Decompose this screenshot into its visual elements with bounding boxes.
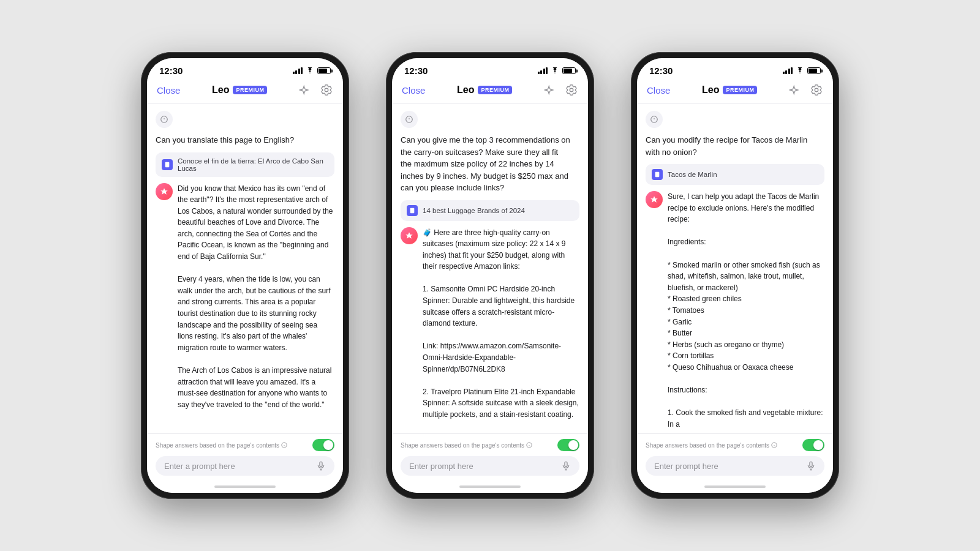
page-ref-icon-2 bbox=[407, 205, 418, 216]
prompt-input-2[interactable]: Enter prompt here bbox=[401, 456, 579, 476]
page-ref-3: Tacos de Marlin bbox=[646, 164, 824, 185]
header-icons-2 bbox=[544, 83, 578, 97]
bot-name-3: Leo bbox=[702, 84, 719, 96]
ai-msg-row-1: Did you know that Mexico has its own "en… bbox=[156, 183, 334, 411]
close-button-1[interactable]: Close bbox=[157, 85, 180, 96]
chat-area-1: Can you translate this page to English? … bbox=[147, 103, 343, 433]
settings-icon-3[interactable] bbox=[810, 83, 823, 97]
page-ref-text-3: Tacos de Marlin bbox=[668, 171, 717, 178]
home-indicator-3 bbox=[637, 481, 833, 493]
battery-icon-1 bbox=[317, 67, 331, 74]
signal-icon-2 bbox=[538, 67, 548, 74]
ai-message-3: Sure, I can help you adapt the Tacos de … bbox=[668, 191, 824, 430]
signal-icon-1 bbox=[293, 67, 303, 74]
wifi-icon-2 bbox=[551, 66, 559, 75]
context-icon-3 bbox=[646, 111, 663, 128]
chat-area-2: Can you give me the top 3 recommendation… bbox=[392, 103, 588, 433]
status-time-2: 12:30 bbox=[404, 66, 428, 76]
shape-answers-row-2: Shape answers based on the page's conten… bbox=[401, 439, 579, 451]
status-bar-3: 12:30 bbox=[637, 58, 833, 80]
bottom-bar-3: Shape answers based on the page's conten… bbox=[637, 433, 833, 481]
shape-answers-row-3: Shape answers based on the page's conten… bbox=[646, 439, 824, 451]
prompt-placeholder-2: Enter prompt here bbox=[409, 462, 473, 471]
context-icon-1 bbox=[156, 111, 173, 128]
svg-rect-11 bbox=[810, 462, 812, 467]
shape-label-2: Shape answers based on the page's conten… bbox=[401, 442, 532, 449]
close-button-2[interactable]: Close bbox=[402, 85, 425, 96]
bot-name-2: Leo bbox=[457, 84, 474, 96]
premium-badge-1: PREMIUM bbox=[233, 86, 267, 94]
header-center-3: Leo PREMIUM bbox=[702, 84, 757, 96]
mic-icon-3[interactable] bbox=[806, 461, 816, 471]
svg-rect-3 bbox=[320, 462, 322, 467]
mic-icon-2[interactable] bbox=[561, 461, 571, 471]
ai-message-1: Did you know that Mexico has its own "en… bbox=[178, 183, 334, 411]
ai-msg-row-3: Sure, I can help you adapt the Tacos de … bbox=[646, 191, 824, 430]
app-header-3: Close Leo PREMIUM bbox=[637, 80, 833, 103]
user-message-3: Can you modify the recipe for Tacos de M… bbox=[646, 134, 815, 158]
context-icon-2 bbox=[401, 111, 418, 128]
close-button-3[interactable]: Close bbox=[647, 85, 670, 96]
signal-icon-3 bbox=[783, 67, 793, 74]
mic-icon-1[interactable] bbox=[316, 461, 326, 471]
shape-toggle-3[interactable] bbox=[802, 439, 824, 451]
page-ref-2: 14 best Luggage Brands of 2024 bbox=[401, 200, 579, 221]
prompt-input-1[interactable]: Enter a prompt here bbox=[156, 456, 334, 476]
wifi-icon-3 bbox=[796, 66, 804, 75]
prompt-placeholder-1: Enter a prompt here bbox=[164, 462, 235, 471]
premium-badge-3: PREMIUM bbox=[723, 86, 757, 94]
battery-icon-3 bbox=[807, 67, 821, 74]
header-center-1: Leo PREMIUM bbox=[212, 84, 267, 96]
page-ref-icon-1 bbox=[162, 159, 173, 170]
ai-avatar-3 bbox=[646, 191, 663, 208]
phone-1: 12:30 Close bbox=[141, 52, 349, 499]
settings-icon-1[interactable] bbox=[320, 83, 333, 97]
status-bar-1: 12:30 bbox=[147, 58, 343, 80]
shape-label-1: Shape answers based on the page's conten… bbox=[156, 442, 287, 449]
home-indicator-1 bbox=[147, 481, 343, 493]
status-time-1: 12:30 bbox=[159, 66, 183, 76]
status-icons-3 bbox=[783, 66, 821, 75]
user-message-1: Can you translate this page to English? bbox=[156, 134, 325, 146]
bottom-bar-1: Shape answers based on the page's conten… bbox=[147, 433, 343, 481]
magic-icon-3[interactable] bbox=[789, 83, 802, 97]
phone-3: 12:30 Close bbox=[631, 52, 839, 499]
shape-label-3: Shape answers based on the page's conten… bbox=[646, 442, 777, 449]
chat-area-3: Can you modify the recipe for Tacos de M… bbox=[637, 103, 833, 433]
battery-icon-2 bbox=[562, 67, 576, 74]
header-icons-1 bbox=[299, 83, 333, 97]
status-bar-2: 12:30 bbox=[392, 58, 588, 80]
app-header-1: Close Leo PREMIUM bbox=[147, 80, 343, 103]
premium-badge-2: PREMIUM bbox=[478, 86, 512, 94]
ai-avatar-2 bbox=[401, 227, 418, 244]
status-time-3: 12:30 bbox=[649, 66, 673, 76]
wifi-icon-1 bbox=[306, 66, 314, 75]
home-indicator-2 bbox=[392, 481, 588, 493]
status-icons-2 bbox=[538, 66, 576, 75]
page-ref-icon-3 bbox=[652, 169, 663, 180]
settings-icon-2[interactable] bbox=[565, 83, 578, 97]
ai-avatar-1 bbox=[156, 183, 173, 200]
ai-message-2: 🧳 Here are three high-quality carry-on s… bbox=[423, 227, 579, 434]
prompt-input-3[interactable]: Enter prompt here bbox=[646, 456, 824, 476]
header-center-2: Leo PREMIUM bbox=[457, 84, 512, 96]
header-icons-3 bbox=[789, 83, 823, 97]
page-ref-text-2: 14 best Luggage Brands of 2024 bbox=[423, 207, 525, 214]
shape-toggle-2[interactable] bbox=[557, 439, 579, 451]
user-message-2: Can you give me the top 3 recommendation… bbox=[401, 134, 570, 194]
prompt-placeholder-3: Enter prompt here bbox=[654, 462, 718, 471]
page-ref-text-1: Conoce el fin de la tierra: El Arco de C… bbox=[178, 157, 328, 172]
ai-msg-row-2: 🧳 Here are three high-quality carry-on s… bbox=[401, 227, 579, 434]
shape-toggle-1[interactable] bbox=[312, 439, 334, 451]
page-ref-1: Conoce el fin de la tierra: El Arco de C… bbox=[156, 152, 334, 177]
bottom-bar-2: Shape answers based on the page's conten… bbox=[392, 433, 588, 481]
svg-rect-7 bbox=[565, 462, 567, 467]
phone-2: 12:30 Close bbox=[386, 52, 594, 499]
magic-icon-1[interactable] bbox=[299, 83, 312, 97]
app-header-2: Close Leo PREMIUM bbox=[392, 80, 588, 103]
magic-icon-2[interactable] bbox=[544, 83, 557, 97]
status-icons-1 bbox=[293, 66, 331, 75]
shape-answers-row-1: Shape answers based on the page's conten… bbox=[156, 439, 334, 451]
bot-name-1: Leo bbox=[212, 84, 229, 96]
